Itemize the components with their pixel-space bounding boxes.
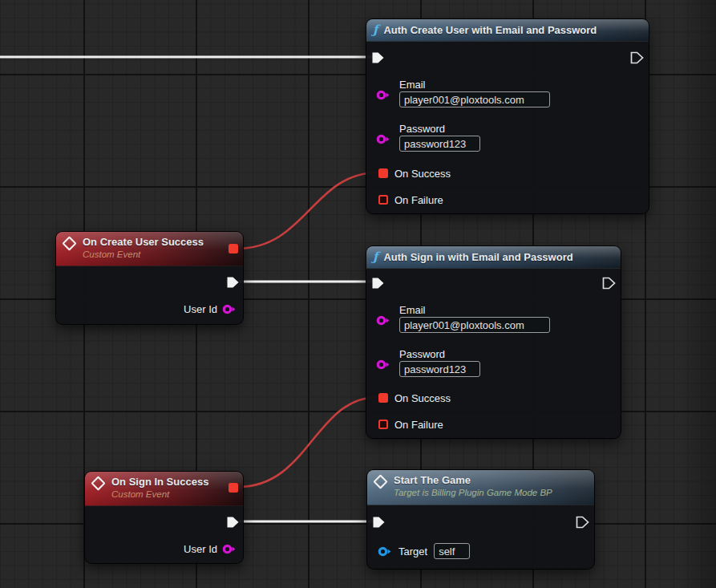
delegate-pin-on-failure[interactable] <box>378 420 388 429</box>
node-header[interactable]: ƒ Auth Create User with Email and Passwo… <box>366 19 649 42</box>
email-pin-label: Email <box>399 79 426 91</box>
delegate-out-pin[interactable] <box>229 483 238 493</box>
target-label: Target <box>398 545 427 558</box>
delegate-pin-on-failure[interactable] <box>378 195 388 205</box>
password-pin-label: Password <box>399 348 445 360</box>
exec-in-pin[interactable] <box>372 516 386 532</box>
on-failure-label: On Failure <box>394 194 443 206</box>
user-id-pin-row: User Id <box>184 303 237 315</box>
node-header[interactable]: On Sign In Success Custom Event <box>85 472 243 506</box>
user-id-label: User Id <box>184 303 217 315</box>
target-pin-row: Target <box>378 543 470 559</box>
string-pin-password[interactable] <box>376 359 390 373</box>
node-start-the-game[interactable]: Start The Game Target is Billing Plugin … <box>366 469 595 570</box>
node-subtitle: Custom Event <box>111 489 208 499</box>
function-icon: ƒ <box>373 24 378 36</box>
delegate-pin-on-success[interactable] <box>378 393 388 403</box>
string-pin-email[interactable] <box>376 314 390 329</box>
email-field[interactable] <box>399 317 550 333</box>
node-subtitle: Custom Event <box>83 249 204 259</box>
user-id-pin-row: User Id <box>184 543 237 555</box>
on-success-label: On Success <box>394 168 451 180</box>
node-title: On Sign In Success <box>111 476 208 488</box>
node-title: Auth Sign in with Email and Password <box>383 251 572 263</box>
on-failure-label: On Failure <box>394 419 443 431</box>
email-pin-label: Email <box>399 304 426 316</box>
exec-out-pin[interactable] <box>630 51 644 67</box>
password-field[interactable] <box>399 136 480 152</box>
delegate-out-pin[interactable] <box>229 244 238 253</box>
node-subtitle: Target is Billing Plugin Game Mode BP <box>394 488 552 497</box>
exec-out-pin[interactable] <box>226 516 240 532</box>
node-title: Auth Create User with Email and Password <box>383 24 597 36</box>
exec-in-pin[interactable] <box>371 277 385 293</box>
delegate-wire[interactable] <box>237 172 378 249</box>
exec-out-pin[interactable] <box>226 276 240 292</box>
string-pin-email[interactable] <box>376 89 390 103</box>
target-field[interactable] <box>434 543 470 559</box>
custom-event-icon <box>91 476 105 490</box>
blueprint-graph-canvas[interactable]: ƒ Auth Create User with Email and Passwo… <box>0 0 716 588</box>
object-pin-target[interactable] <box>378 546 392 557</box>
exec-out-pin[interactable] <box>602 277 616 293</box>
user-id-label: User Id <box>184 543 217 555</box>
node-auth-sign-in[interactable]: ƒ Auth Sign in with Email and Password E… <box>366 245 621 439</box>
node-title: Start The Game <box>394 474 552 486</box>
delegate-pin-on-success[interactable] <box>378 168 388 178</box>
node-header[interactable]: ƒ Auth Sign in with Email and Password <box>366 246 621 269</box>
string-pin-user-id[interactable] <box>222 304 237 314</box>
node-title: On Create User Success <box>83 236 204 248</box>
node-auth-create-user[interactable]: ƒ Auth Create User with Email and Passwo… <box>366 18 649 214</box>
event-dispatcher-icon <box>373 474 387 489</box>
exec-in-pin[interactable] <box>371 51 385 67</box>
password-pin-label: Password <box>399 123 445 135</box>
delegate-wire[interactable] <box>238 397 378 487</box>
node-header[interactable]: Start The Game Target is Billing Plugin … <box>367 470 594 505</box>
custom-event-icon <box>62 236 76 250</box>
string-pin-user-id[interactable] <box>222 544 237 554</box>
exec-out-pin[interactable] <box>576 516 589 532</box>
password-field[interactable] <box>399 361 480 377</box>
function-icon: ƒ <box>373 251 378 263</box>
node-on-sign-in-success[interactable]: On Sign In Success Custom Event User Id <box>84 471 244 564</box>
on-success-label: On Success <box>394 392 451 404</box>
string-pin-password[interactable] <box>376 133 390 148</box>
node-header[interactable]: On Create User Success Custom Event <box>56 232 243 266</box>
email-field[interactable] <box>399 91 550 107</box>
node-on-create-user-success[interactable]: On Create User Success Custom Event User… <box>55 231 244 325</box>
